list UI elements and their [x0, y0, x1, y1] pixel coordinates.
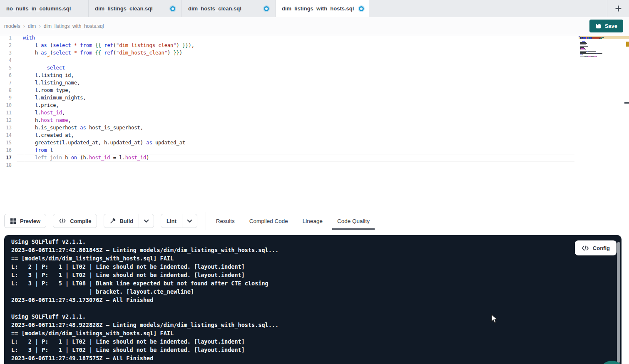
code-line-15[interactable]: 15 greatest(l.updated_at, h.updated_at) … [0, 139, 629, 146]
code-line-9[interactable]: 9 l.minimum_nights, [0, 94, 629, 102]
toolbar-buttons: PreviewCompileBuildLint [0, 214, 197, 228]
breadcrumb-segment[interactable]: models [4, 23, 20, 29]
line-number: 11 [0, 109, 12, 116]
editor-tab-dim_listings_clean[interactable]: dim_listings_clean.sql [89, 0, 182, 17]
line-number: 15 [0, 139, 12, 146]
terminal-line: L: 2 | P: 1 | LT02 | Line should not be … [11, 337, 622, 346]
config-button-label: Config [593, 245, 610, 251]
code-line-14[interactable]: 14 l.created_at, [0, 131, 629, 139]
breadcrumb-segment[interactable]: dim [28, 23, 36, 29]
floppy-disk-icon [595, 23, 602, 29]
code-text: l.listing_id, [12, 72, 74, 79]
editor-tab-dim_listings_with_hosts[interactable]: dim_listings_with_hosts.sql [276, 0, 369, 17]
config-button[interactable]: Config [575, 240, 617, 255]
dbt-ide-window: no_nulls_in_columns.sqldim_listings_clea… [0, 0, 629, 364]
code-line-2[interactable]: 2 l as (select * from {{ ref("dim_listin… [0, 42, 629, 49]
minimap[interactable] [579, 35, 623, 58]
tab-code-quality[interactable]: Code Quality [336, 212, 370, 230]
plus-icon [615, 5, 622, 12]
new-tab-button[interactable] [607, 0, 629, 17]
toolbar-button-build[interactable]: Build [104, 214, 154, 228]
code-text: h.is_superhost as host_is_superhost, [12, 124, 143, 131]
code-line-8[interactable]: 8 l.room_type, [0, 87, 629, 94]
toolbar-button-preview[interactable]: Preview [4, 214, 46, 228]
lint-dropdown-toggle[interactable] [182, 214, 197, 228]
line-number: 6 [0, 72, 12, 79]
button-label: Compile [70, 218, 91, 224]
code-text: greatest(l.updated_at, h.updated_at) as … [12, 139, 185, 146]
grid-icon [10, 218, 16, 224]
terminal-line [11, 304, 622, 312]
code-text: with [12, 34, 35, 42]
code-line-18[interactable]: 18 [0, 161, 629, 169]
tab-label: no_nulls_in_columns.sql [6, 5, 71, 12]
line-number: 1 [0, 34, 12, 42]
chevron-down-icon [187, 219, 192, 223]
terminal-line: L: 2 | P: 1 | LT02 | Line should not be … [11, 262, 622, 271]
toolbar-button-compile[interactable]: Compile [53, 214, 97, 228]
line-number: 18 [0, 161, 12, 169]
code-text: l.minimum_nights, [12, 94, 86, 102]
terminal-line: 2023-06-06T11:27:42.861845Z — Linting mo… [11, 246, 622, 254]
code-line-7[interactable]: 7 l.listing_name, [0, 79, 629, 87]
code-line-10[interactable]: 10 l.price, [0, 102, 629, 109]
code-line-17[interactable]: 17 left join h on (h.host_id = l.host_id… [0, 154, 629, 161]
save-button-label: Save [605, 23, 617, 29]
code-line-3[interactable]: 3 h as (select * from {{ ref("dim_hosts_… [0, 49, 629, 57]
line-number: 8 [0, 87, 12, 94]
code-text [12, 57, 23, 64]
terminal-line: 2023-06-06T11:27:43.173076Z — All Finish… [11, 296, 622, 304]
line-number: 2 [0, 42, 12, 49]
code-line-12[interactable]: 12 h.host_name, [0, 116, 629, 124]
terminal-line: L: 3 | P: 5 | LT08 | Blank line expected… [11, 279, 622, 287]
code-text: from l [12, 146, 53, 154]
terminal-line: L: 3 | P: 1 | LT02 | Line should not be … [11, 271, 622, 279]
breadcrumb-separator: › [39, 23, 40, 29]
terminal-line: == [models/dim/dim_listings_with_hosts.s… [11, 254, 622, 262]
code-text: select [12, 64, 65, 72]
terminal-line: Using SQLFluff v2.1.1. [11, 238, 622, 246]
line-number: 4 [0, 57, 12, 64]
terminal-scrollbar[interactable] [617, 242, 620, 363]
code-line-5[interactable]: 5 select [0, 64, 629, 72]
code-line-6[interactable]: 6 l.listing_id, [0, 72, 629, 79]
line-number: 14 [0, 131, 12, 139]
bottom-toolbar: PreviewCompileBuildLint ResultsCompiled … [0, 212, 629, 230]
tab-results[interactable]: Results [215, 212, 236, 230]
editor-tab-no_nulls_in_columns[interactable]: no_nulls_in_columns.sql [0, 0, 89, 17]
code-text: l.host_id, [12, 109, 65, 116]
code-text: h.host_name, [12, 116, 71, 124]
lint-warning-squiggle [47, 50, 50, 56]
breadcrumb-segment[interactable]: dim_listings_with_hosts.sql [44, 23, 104, 29]
code-text: left join h on (h.host_id = l.host_id) [12, 154, 149, 161]
build-dropdown-toggle[interactable] [139, 214, 154, 228]
code-line-11[interactable]: 11 l.host_id, [0, 109, 629, 116]
code-line-4[interactable]: 4 [0, 57, 629, 64]
code-editor[interactable]: 1with2 l as (select * from {{ ref("dim_l… [0, 35, 629, 212]
button-label: Preview [20, 218, 40, 224]
code-lines: 1with2 l as (select * from {{ ref("dim_l… [0, 34, 629, 169]
toolbar-button-lint[interactable]: Lint [161, 214, 197, 228]
editor-tabs: no_nulls_in_columns.sqldim_listings_clea… [0, 0, 369, 17]
save-button[interactable]: Save [589, 20, 623, 32]
tab-compiled-code[interactable]: Compiled Code [249, 212, 289, 230]
unsaved-changes-icon [170, 6, 175, 11]
terminal-output: Using SQLFluff v2.1.1.2023-06-06T11:27:4… [4, 235, 622, 362]
code-line-13[interactable]: 13 h.is_superhost as host_is_superhost, [0, 124, 629, 131]
tab-label: dim_listings_with_hosts.sql [282, 5, 354, 12]
tab-lineage[interactable]: Lineage [302, 212, 323, 230]
line-number: 16 [0, 146, 12, 154]
code-line-1[interactable]: 1with [0, 34, 629, 42]
chevron-down-icon [144, 219, 149, 223]
code-text: h as (select * from {{ ref("dim_hosts_cl… [12, 49, 182, 57]
terminal-line: | bracket. [layout.cte_newline] [11, 287, 622, 296]
tab-label: dim_listings_clean.sql [95, 5, 153, 12]
terminal-line: L: 3 | P: 1 | LT02 | Line should not be … [11, 346, 622, 354]
code-text: l.room_type, [12, 87, 71, 94]
button-label: Build [119, 218, 133, 224]
code-line-16[interactable]: 16 from l [0, 146, 629, 154]
terminal-line: 2023-06-06T11:27:48.922828Z — Linting mo… [11, 321, 622, 329]
code-text: l.created_at, [12, 131, 74, 139]
code-text: l.price, [12, 102, 59, 109]
editor-tab-dim_hosts_clean[interactable]: dim_hosts_clean.sql [182, 0, 276, 17]
